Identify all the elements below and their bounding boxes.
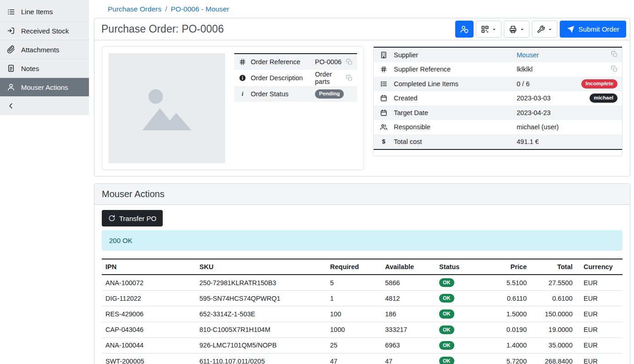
list-check-icon	[380, 80, 387, 88]
status-ok-badge: OK	[439, 325, 454, 334]
cell-available: 333217	[381, 322, 436, 337]
detail-value: 491.1 €	[517, 138, 617, 145]
mouser-actions-body: Transfer PO 200 OK IPN SKU Required Avai…	[94, 205, 630, 364]
cell-ipn: CAP-043046	[102, 322, 196, 337]
note-icon	[7, 64, 15, 72]
detail-row: Supplier Mouser	[374, 48, 622, 62]
copy-button[interactable]	[611, 66, 617, 73]
detail-label: Total cost	[394, 138, 517, 145]
sidebar-item[interactable]: Received Stock	[0, 21, 89, 40]
table-row: ANA-100044 926-LMC7101QM5/NOPB 25 6963 O…	[102, 337, 623, 353]
breadcrumb-link-purchase-orders[interactable]: Purchase Orders	[108, 5, 161, 13]
sidebar-collapse-button[interactable]	[0, 96, 89, 115]
detail-label: Order Description	[251, 74, 315, 82]
detail-row: Responsible michael (user)	[374, 120, 622, 135]
cell-total: 0.6100	[530, 291, 576, 306]
detail-row: Supplier Reference lklklkl	[374, 62, 622, 77]
copy-icon	[346, 59, 353, 65]
cell-currency: EUR	[576, 291, 623, 306]
status-ok-badge: OK	[439, 341, 454, 350]
sidebar-item[interactable]: Attachments	[0, 40, 89, 59]
cell-required: 1	[326, 291, 381, 306]
detail-label: Order Reference	[251, 58, 315, 66]
detail-value[interactable]: Mouser	[517, 51, 611, 59]
sidebar-item[interactable]: Notes	[0, 59, 89, 77]
main-content: Purchase Orders / PO-0006 - Mouser Purch…	[89, 0, 634, 364]
cell-ipn: RES-429006	[102, 306, 196, 322]
transfer-po-button[interactable]: Transfer PO	[102, 210, 163, 226]
column-header-price: Price	[496, 259, 530, 275]
parts-table: IPN SKU Required Available Status Price …	[102, 259, 623, 364]
parts-table-wrapper: IPN SKU Required Available Status Price …	[100, 259, 624, 364]
calendar-icon	[380, 94, 387, 102]
table-header-row: IPN SKU Required Available Status Price …	[102, 259, 623, 275]
order-info-card: Order Reference PO-0006 Order Descriptio…	[102, 46, 364, 170]
hash-icon	[239, 58, 246, 66]
order-status-badge: Pending	[315, 89, 344, 99]
cell-available: 47	[381, 353, 436, 364]
detail-row: Completed Line Items 0 / 6 Incomplete	[374, 77, 622, 91]
breadcrumb: Purchase Orders / PO-0006 - Mouser	[108, 5, 630, 13]
table-row: CAP-043046 810-C1005X7R1H104M 1000 33321…	[102, 322, 623, 337]
user-icon	[7, 83, 15, 91]
cell-sku: 595-SN74HCS74QPWRQ1	[196, 291, 326, 306]
order-detail-table: Order Reference PO-0006 Order Descriptio…	[234, 53, 357, 102]
cell-status: OK	[436, 322, 496, 337]
cell-sku: 652-3314Z-1-503E	[196, 306, 326, 322]
detail-label: Target Date	[394, 109, 517, 116]
status-badge: michael	[590, 94, 617, 103]
copy-button[interactable]	[611, 51, 617, 59]
cell-status: OK	[436, 353, 496, 364]
table-row: RES-429006 652-3314Z-1-503E 100 186 OK 1…	[102, 306, 623, 322]
cell-ipn: SWT-200005	[102, 353, 196, 364]
cell-sku: 926-LMC7101QM5/NOPB	[196, 337, 326, 353]
barcode-actions-button[interactable]	[476, 21, 502, 38]
cell-total: 19.0000	[530, 322, 576, 337]
detail-value: michael (user)	[517, 123, 617, 131]
user-shield-icon	[460, 25, 469, 33]
order-actions-button[interactable]	[532, 21, 557, 38]
copy-button[interactable]	[346, 75, 357, 81]
image-placeholder-icon	[138, 83, 196, 134]
order-summary-table: Supplier Mouser Supplier Reference	[374, 47, 622, 150]
order-summary-card: Supplier Mouser Supplier Reference	[373, 46, 623, 156]
print-actions-button[interactable]	[504, 21, 529, 38]
cell-currency: EUR	[576, 306, 623, 322]
hash-icon	[380, 66, 387, 73]
copy-button[interactable]	[346, 59, 357, 65]
sidebar-item-label: Received Stock	[21, 27, 69, 35]
tools-icon	[537, 25, 545, 33]
detail-value: Order parts	[315, 71, 346, 85]
sidebar-item[interactable]: Line Items	[0, 2, 89, 21]
user-permissions-button[interactable]	[455, 21, 474, 38]
sidebar-item-label: Mouser Actions	[21, 83, 68, 91]
caret-down-icon	[548, 27, 552, 32]
cell-price: 1.5000	[496, 306, 530, 322]
cell-currency: EUR	[576, 337, 623, 353]
breadcrumb-link-current-order[interactable]: PO-0006 - Mouser	[171, 5, 229, 13]
cell-currency: EUR	[576, 322, 623, 337]
sidebar-item[interactable]: Mouser Actions	[0, 77, 89, 96]
copy-icon	[611, 66, 617, 72]
arrow-in-icon	[7, 27, 15, 35]
copy-icon	[611, 51, 617, 57]
mouser-actions-header: Mouser Actions	[94, 184, 630, 205]
cell-status: OK	[436, 291, 496, 306]
detail-value: 0 / 6	[517, 80, 581, 88]
cell-price: 1.4000	[496, 337, 530, 353]
submit-order-button[interactable]: Submit Order	[560, 21, 626, 38]
purchase-order-header: Purchase Order: PO-0006	[94, 18, 630, 40]
info-letter-icon	[239, 90, 246, 98]
toolbar: Submit Order	[455, 21, 626, 38]
list-icon	[7, 8, 15, 16]
cell-sku: 810-C1005X7R1H104M	[196, 322, 326, 337]
users-icon	[380, 123, 387, 131]
purchase-order-panel: Purchase Order: PO-0006	[94, 18, 630, 176]
detail-label: Supplier Reference	[394, 66, 517, 73]
detail-row: Target Date 2023-04-23	[374, 105, 622, 120]
cell-ipn: ANA-100072	[102, 275, 196, 291]
sidebar-menu: Line Items Received Stock Attachments No…	[0, 2, 89, 96]
sidebar-item-label: Attachments	[21, 46, 59, 54]
cell-price: 0.6110	[496, 291, 530, 306]
app-root: Line Items Received Stock Attachments No…	[0, 0, 634, 364]
